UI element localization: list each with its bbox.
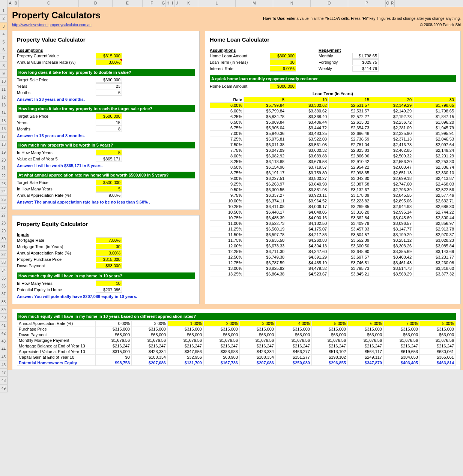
sheet-content: Property Calculators How To Use: Enter a… bbox=[8, 7, 463, 370]
row-header[interactable]: 7 bbox=[0, 54, 8, 62]
answer-text: Answer: You will potentially have $207,0… bbox=[17, 294, 195, 299]
input-cell[interactable]: 10 bbox=[96, 280, 122, 286]
row-header[interactable]: 11 bbox=[0, 85, 8, 93]
row-header[interactable]: 37 bbox=[0, 290, 8, 298]
row-header[interactable]: 39 bbox=[0, 306, 8, 314]
input-cell[interactable]: 7.00% bbox=[96, 237, 122, 243]
row-header[interactable]: 4 bbox=[0, 30, 8, 38]
row-header[interactable]: 1 bbox=[0, 7, 8, 15]
col-header[interactable]: R bbox=[390, 0, 395, 7]
row-header[interactable]: 3 bbox=[0, 22, 8, 30]
row-header[interactable]: 36 bbox=[0, 282, 8, 290]
col-header[interactable]: J bbox=[175, 0, 179, 7]
input-cell[interactable]: 3.00% bbox=[96, 250, 122, 256]
input-cell[interactable]: $63,000 bbox=[96, 263, 122, 269]
row-header[interactable]: 12 bbox=[0, 93, 8, 101]
input-cell[interactable]: 30 bbox=[96, 244, 122, 250]
row-header[interactable]: 10 bbox=[0, 78, 8, 85]
input-cell[interactable]: $315,000 bbox=[96, 256, 122, 262]
row-header[interactable]: 22 bbox=[0, 172, 8, 180]
table-row: 12.75%$6,787.59$4,435.19$3,746.51$3,461.… bbox=[210, 260, 456, 266]
col-header[interactable]: E bbox=[113, 0, 143, 7]
row-header[interactable]: 24 bbox=[0, 188, 8, 196]
col-header[interactable]: K bbox=[179, 0, 198, 7]
row-header[interactable]: 23 bbox=[0, 180, 8, 188]
row-header[interactable]: 41 bbox=[0, 322, 8, 329]
field-label: Years bbox=[17, 84, 96, 88]
table-row: Monthly Mortgage Payment$1,676.56$1,676.… bbox=[17, 338, 456, 343]
row-header[interactable]: 26 bbox=[0, 204, 8, 211]
row-header[interactable]: 38 bbox=[0, 298, 8, 306]
row-header[interactable]: 5 bbox=[0, 38, 8, 46]
input-cell[interactable]: 5 bbox=[96, 150, 122, 156]
col-header[interactable]: H bbox=[166, 0, 170, 7]
input-cell[interactable]: 6.00% bbox=[270, 66, 296, 72]
row-header[interactable]: 16 bbox=[0, 125, 8, 133]
row-header[interactable]: 8 bbox=[0, 62, 8, 70]
table-row: 11.00%$6,522.73$4,132.50$3,409.79$3,096.… bbox=[210, 221, 456, 226]
col-header[interactable]: B bbox=[13, 0, 19, 7]
row-header[interactable]: 42 bbox=[0, 329, 8, 337]
row-header[interactable]: 33 bbox=[0, 259, 8, 266]
section-bar: How much my property will be worth in 5 … bbox=[17, 142, 195, 148]
row-header[interactable]: 18 bbox=[0, 141, 8, 148]
row-header[interactable]: 31 bbox=[0, 243, 8, 251]
col-header[interactable] bbox=[0, 0, 8, 7]
input-cell[interactable]: 30 bbox=[270, 59, 296, 65]
input-cell[interactable]: $500,000 bbox=[96, 113, 122, 119]
row-header[interactable]: 44 bbox=[0, 345, 8, 353]
col-header[interactable]: I bbox=[170, 0, 175, 7]
reckoner-table: Rate5101520306.00%$5,799.84$3,330.62$2,5… bbox=[210, 97, 456, 277]
row-header[interactable]: 40 bbox=[0, 314, 8, 322]
row-header[interactable]: 45 bbox=[0, 353, 8, 361]
row-header[interactable]: 15 bbox=[0, 117, 8, 125]
inputs-heading: Inputs bbox=[17, 232, 195, 237]
row-header[interactable]: 48 bbox=[0, 377, 8, 385]
input-cell[interactable]: $300,000 bbox=[270, 53, 296, 59]
row-header[interactable]: 2 bbox=[0, 15, 8, 22]
col-header[interactable]: D bbox=[79, 0, 113, 7]
row-header[interactable]: 47 bbox=[0, 369, 8, 377]
col-header[interactable]: P bbox=[348, 0, 386, 7]
col-header[interactable]: G bbox=[161, 0, 166, 7]
row-header[interactable]: 20 bbox=[0, 156, 8, 164]
input-cell[interactable]: $500,000 bbox=[96, 180, 122, 186]
answer-text: Answer: The annual appreciation rate has… bbox=[17, 200, 195, 204]
site-link[interactable]: http://www.investmentpropertycalculator.… bbox=[12, 23, 92, 27]
table-row: 7.50%$6,011.38$3,561.05$2,781.04$2,416.7… bbox=[210, 142, 456, 148]
col-header[interactable]: M bbox=[236, 0, 273, 7]
row-header[interactable]: 29 bbox=[0, 227, 8, 235]
row-header[interactable]: 25 bbox=[0, 196, 8, 204]
table-row: 12.25%$6,711.30$4,347.60$3,648.90$3,355.… bbox=[210, 249, 456, 254]
row-header[interactable]: 49 bbox=[0, 385, 8, 392]
row-header[interactable]: 43 bbox=[0, 337, 8, 345]
row-header[interactable]: 32 bbox=[0, 251, 8, 259]
row-header[interactable]: 13 bbox=[0, 101, 8, 109]
row-header[interactable]: 30 bbox=[0, 235, 8, 243]
row-header[interactable]: 46 bbox=[0, 361, 8, 369]
input-cell[interactable]: 3.00% bbox=[96, 59, 122, 65]
row-header[interactable]: 14 bbox=[0, 109, 8, 117]
col-header[interactable]: L bbox=[198, 0, 236, 7]
hlc-repayment-heading: Repayment bbox=[319, 48, 379, 52]
column-headers: ABCDEFGHIJKLMNOPQR bbox=[0, 0, 463, 7]
row-header[interactable]: 9 bbox=[0, 70, 8, 78]
col-header[interactable]: F bbox=[143, 0, 161, 7]
col-header[interactable]: Q bbox=[386, 0, 390, 7]
row-header[interactable]: 17 bbox=[0, 133, 8, 141]
row-header[interactable]: 27 bbox=[0, 211, 8, 219]
row-header[interactable]: 35 bbox=[0, 274, 8, 282]
table-row: 12.00%$6,673.33$4,304.13$3,600.50$3,303.… bbox=[210, 243, 456, 249]
row-header[interactable]: 34 bbox=[0, 266, 8, 274]
col-header[interactable]: O bbox=[311, 0, 348, 7]
row-header[interactable]: 28 bbox=[0, 219, 8, 227]
row-header[interactable]: 6 bbox=[0, 46, 8, 54]
input-cell[interactable]: 5 bbox=[96, 186, 122, 192]
input-cell[interactable]: $315,000 bbox=[96, 53, 122, 59]
col-header[interactable]: A bbox=[8, 0, 13, 7]
reckoner-amount-input[interactable]: $300,000 bbox=[270, 83, 296, 89]
col-header[interactable]: C bbox=[19, 0, 79, 7]
row-header[interactable]: 21 bbox=[0, 164, 8, 172]
row-header[interactable]: 19 bbox=[0, 148, 8, 156]
col-header[interactable]: N bbox=[273, 0, 311, 7]
